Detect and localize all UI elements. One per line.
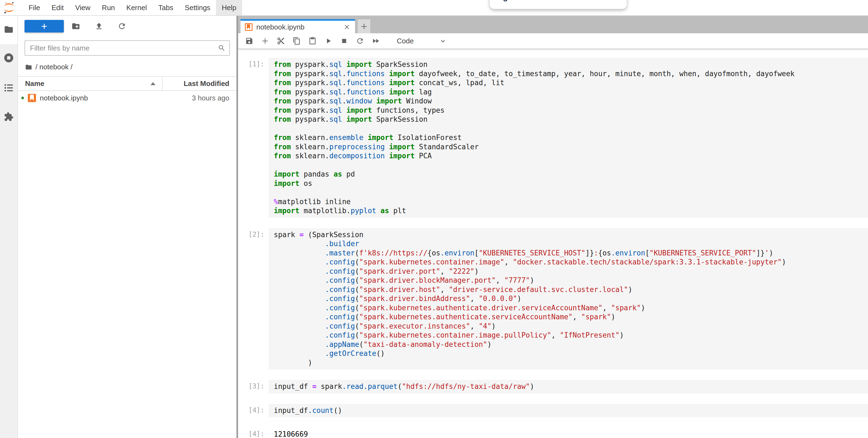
search-icon: [218, 44, 225, 52]
code-cell: [2]:spark = (SparkSession .builder .mast…: [238, 228, 868, 370]
menu-item-file[interactable]: File: [23, 0, 46, 15]
file-list-header: Name Last Modified: [18, 76, 237, 91]
file-browser-icon[interactable]: [4, 25, 13, 34]
sort-ascending-icon[interactable]: [151, 82, 155, 85]
column-header-name[interactable]: Name: [18, 80, 162, 88]
cell-prompt: [2]:: [238, 228, 269, 370]
notebook-tab-icon: [245, 23, 252, 31]
save-icon[interactable]: [245, 37, 253, 45]
cell-prompt: [4]:: [238, 428, 269, 438]
file-name: notebook.ipynb: [40, 94, 88, 103]
notebook-toolbar: Code: [238, 33, 868, 49]
running-kernels-icon[interactable]: [4, 53, 13, 63]
cell-output-area: 12106669: [269, 428, 868, 438]
column-header-last-modified[interactable]: Last Modified: [162, 80, 237, 88]
jupyter-logo: [4, 0, 16, 15]
cell-editor[interactable]: from pyspark.sql import SparkSession fro…: [269, 58, 868, 218]
refresh-icon[interactable]: [118, 22, 126, 31]
browser-permission-popup: github.com: [490, 0, 627, 9]
cell-editor[interactable]: input_df.count(): [269, 404, 868, 417]
file-row[interactable]: notebook.ipynb 3 hours ago: [18, 91, 237, 105]
cell-prompt: [4]:: [238, 404, 269, 417]
table-of-contents-icon[interactable]: [4, 83, 13, 93]
menu-item-tabs[interactable]: Tabs: [152, 0, 179, 15]
code-cell: [3]:input_df = spark.read.parquet("hdfs:…: [238, 380, 868, 393]
menu-item-settings[interactable]: Settings: [179, 0, 216, 15]
filter-files-input[interactable]: [29, 43, 218, 53]
cell-prompt: [3]:: [238, 380, 269, 393]
breadcrumb-path: / notebook /: [35, 63, 72, 71]
left-activity-bar: [0, 16, 18, 438]
close-tab-icon[interactable]: [343, 23, 351, 31]
file-browser-panel: + / notebook / Name Last Modified notebo…: [18, 16, 238, 438]
upload-icon[interactable]: [95, 22, 103, 31]
run-cell-icon[interactable]: [324, 37, 333, 45]
popup-site-label: github.com: [503, 0, 547, 2]
output-cell: [4]:12106669: [238, 428, 868, 438]
jupyterlab-window: { "menu_bar": { "items": ["File", "Edit"…: [0, 0, 868, 438]
cell-editor[interactable]: input_df = spark.read.parquet("hdfs://hd…: [269, 380, 868, 393]
menu-item-help[interactable]: Help: [216, 0, 242, 15]
cell-editor[interactable]: spark = (SparkSession .builder .master(f…: [269, 228, 868, 370]
menu-item-edit[interactable]: Edit: [46, 0, 69, 15]
workspace: + / notebook / Name Last Modified notebo…: [0, 16, 868, 438]
restart-kernel-icon[interactable]: [356, 37, 364, 45]
running-status-dot: [21, 97, 24, 99]
menu-bar: FileEditViewRunKernelTabsSettingsHelp: [0, 0, 868, 16]
new-launcher-button[interactable]: +: [25, 20, 64, 32]
filter-box: [25, 40, 230, 56]
code-cell: [4]:input_df.count(): [238, 404, 868, 417]
notebook-file-icon: [28, 94, 36, 102]
file-last-modified: 3 hours ago: [192, 94, 237, 103]
menu-item-kernel[interactable]: Kernel: [121, 0, 152, 15]
code-cell: [1]:from pyspark.sql import SparkSession…: [238, 58, 868, 218]
notebook-content: [1]:from pyspark.sql import SparkSession…: [238, 49, 868, 438]
cell-prompt: [1]:: [238, 58, 269, 218]
menu-item-view[interactable]: View: [69, 0, 96, 15]
stop-kernel-icon[interactable]: [340, 37, 348, 45]
breadcrumb[interactable]: / notebook /: [25, 63, 237, 71]
main-dock-panel: notebook.ipynb Code [1]:from pyspark.sql…: [238, 16, 868, 438]
extensions-icon[interactable]: [4, 112, 13, 122]
new-folder-icon[interactable]: [71, 22, 80, 31]
tab-title: notebook.ipynb: [256, 23, 304, 31]
copy-cells-icon[interactable]: [292, 37, 301, 45]
paste-cells-icon[interactable]: [308, 37, 317, 45]
menu-items: FileEditViewRunKernelTabsSettingsHelp: [23, 0, 242, 15]
new-tab-button[interactable]: [358, 19, 370, 33]
home-folder-icon[interactable]: [25, 64, 32, 71]
cell-type-dropdown[interactable]: Code: [397, 37, 414, 45]
name-column-label: Name: [25, 80, 44, 88]
restart-run-all-icon[interactable]: [372, 37, 380, 45]
plus-icon: [360, 22, 368, 31]
file-browser-toolbar: +: [18, 20, 237, 33]
menu-item-run[interactable]: Run: [96, 0, 121, 15]
cut-cells-icon[interactable]: [277, 37, 285, 45]
tab-bar: notebook.ipynb: [238, 16, 868, 33]
chevron-down-icon[interactable]: [439, 37, 447, 45]
tab-notebook[interactable]: notebook.ipynb: [241, 19, 355, 33]
add-cell-icon[interactable]: [261, 37, 269, 45]
